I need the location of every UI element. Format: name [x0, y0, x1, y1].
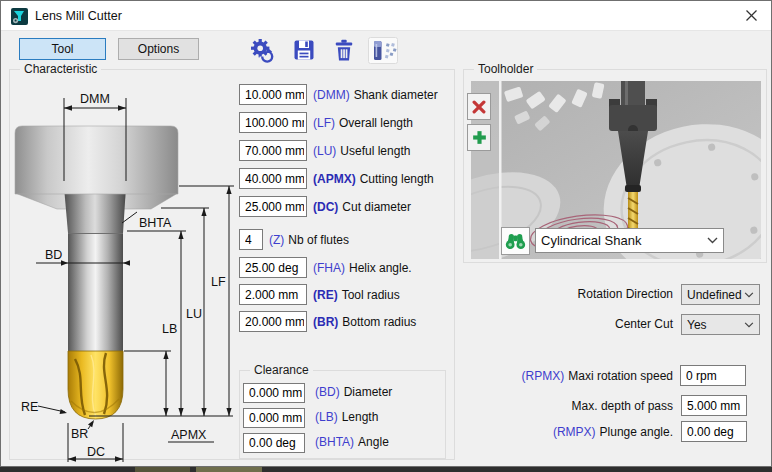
label-bd: BD [45, 248, 62, 262]
label-dc: DC [87, 445, 105, 459]
label-br: BR [71, 427, 88, 441]
bd-label: Diameter [344, 385, 393, 399]
delete-tool-button[interactable] [328, 35, 360, 65]
dmm-code: (DMM) [313, 88, 350, 102]
clearance-angle-field[interactable] [243, 433, 305, 453]
label-lf: LF [211, 275, 226, 289]
dc-label: Cut diameter [342, 200, 411, 214]
rpmx-label: (RPMX)Maxi rotation speed [522, 369, 673, 383]
tab-tool[interactable]: Tool [19, 38, 106, 60]
plunge-angle-field[interactable] [681, 421, 747, 442]
re-code: (RE) [313, 288, 338, 302]
lb-code: (LB) [315, 410, 338, 424]
clearance-length-field[interactable] [243, 408, 305, 428]
tool-dimension-diagram: DMM BHTA BD LF LU LB RE BR DC APMX [11, 81, 239, 464]
max-depth-field[interactable] [681, 395, 747, 416]
rmpx-label-text: Plunge angle. [600, 425, 673, 439]
bhta-code: (BHTA) [315, 435, 354, 449]
rmpx-code: (RMPX) [553, 425, 596, 439]
label-bhta: BHTA [139, 216, 172, 230]
red-x-icon [472, 100, 486, 114]
apmx-label: Cutting length [360, 172, 434, 186]
lu-code: (LU) [313, 144, 336, 158]
center-cut-label: Center Cut [615, 317, 673, 331]
max-rotation-speed-field[interactable] [680, 365, 746, 386]
tool-illustration [15, 126, 178, 419]
z-label: Nb of flutes [288, 233, 349, 247]
label-apmx: APMX [171, 428, 207, 442]
trash-icon [331, 37, 357, 63]
nb-flutes-field[interactable] [239, 229, 263, 250]
lf-code: (LF) [313, 116, 335, 130]
br-code: (BR) [313, 315, 338, 329]
lf-label: Overall length [339, 116, 413, 130]
cut-diameter-field[interactable] [239, 196, 307, 217]
gear-refresh-icon [249, 37, 276, 64]
overall-length-field[interactable] [239, 112, 307, 133]
lu-label: Useful length [340, 144, 410, 158]
center-cut-value: Yes [687, 318, 707, 332]
close-button[interactable] [731, 1, 771, 30]
fha-label: Helix angle. [349, 261, 412, 275]
add-toolholder-button[interactable] [467, 124, 491, 151]
label-lu: LU [186, 307, 202, 321]
save-icon [291, 37, 317, 63]
label-lb: LB [162, 322, 177, 336]
re-label: Tool radius [342, 288, 400, 302]
max-depth-label: Max. depth of pass [572, 399, 673, 413]
shank-type-select[interactable]: Cylindrical Shank [535, 228, 724, 253]
characteristic-group-label: Characteristic [20, 62, 101, 76]
rotation-direction-select[interactable]: Undefined [681, 284, 760, 305]
browse-shank-button[interactable] [501, 227, 530, 255]
bhta-label: Angle [358, 435, 389, 449]
rotation-direction-label: Rotation Direction [578, 287, 673, 301]
shank-type-value: Cylindrical Shank [541, 233, 641, 248]
clearance-group-label: Clearance [250, 363, 313, 377]
center-cut-select[interactable]: Yes [681, 314, 760, 335]
fha-code: (FHA) [313, 261, 345, 275]
reset-tool-button[interactable] [246, 35, 278, 65]
z-code: (Z) [269, 233, 284, 247]
lb-label: Length [342, 410, 379, 424]
tool-assembly-button[interactable] [366, 35, 400, 65]
tool-chips-icon [368, 37, 398, 64]
close-icon [745, 9, 758, 22]
label-dmm: DMM [80, 92, 110, 106]
bd-code: (BD) [315, 385, 340, 399]
remove-toolholder-button[interactable] [467, 93, 491, 120]
chevron-down-icon [707, 237, 718, 244]
useful-length-field[interactable] [239, 140, 307, 161]
bottom-radius-field[interactable] [239, 311, 307, 332]
helix-angle-field[interactable] [239, 257, 307, 278]
rpmx-label-text: Maxi rotation speed [568, 369, 673, 383]
cutting-length-field[interactable] [239, 168, 307, 189]
br-label: Bottom radius [342, 315, 416, 329]
tab-options[interactable]: Options [118, 38, 199, 60]
rmpx-label: (RMPX)Plunge angle. [553, 425, 673, 439]
dmm-label: Shank diameter [354, 88, 438, 102]
dc-code: (DC) [313, 200, 338, 214]
tool-radius-field[interactable] [239, 284, 307, 305]
apmx-code: (APMX) [313, 172, 356, 186]
toolholder-group-label: Toolholder [474, 62, 537, 76]
rpmx-code: (RPMX) [522, 369, 565, 383]
shank-diameter-field[interactable] [239, 84, 307, 105]
window-title: Lens Mill Cutter [35, 1, 122, 31]
save-tool-button[interactable] [288, 35, 320, 65]
green-plus-icon [472, 130, 487, 145]
chevron-down-icon [744, 322, 754, 328]
title-bar: Lens Mill Cutter [1, 1, 771, 31]
lens-mill-cutter-dialog: Lens Mill Cutter Tool Options [0, 0, 772, 467]
app-icon [11, 8, 28, 25]
label-re: RE [21, 400, 38, 414]
binoculars-icon [505, 232, 526, 250]
clearance-diameter-field[interactable] [243, 383, 305, 403]
rotation-direction-value: Undefined [687, 288, 742, 302]
chevron-down-icon [744, 292, 754, 298]
